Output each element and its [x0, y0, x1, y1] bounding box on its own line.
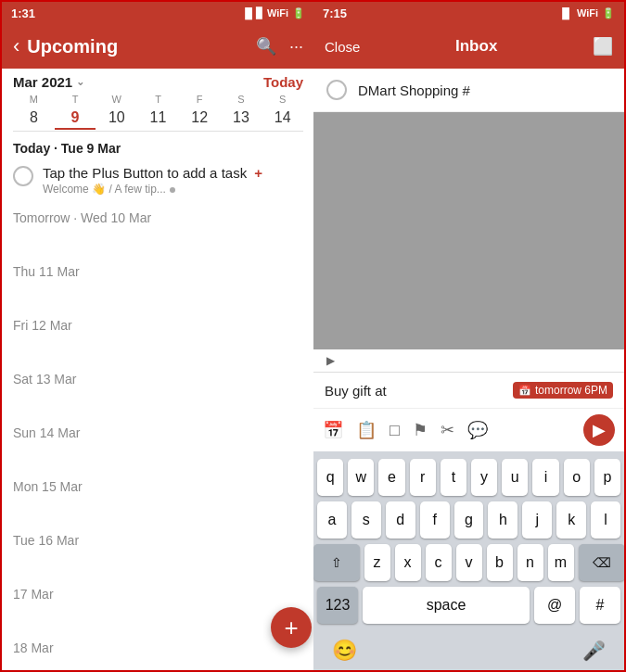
task-title: Tap the Plus Button to add a task + [43, 165, 303, 181]
scissors-tool-icon[interactable]: ✂ [441, 420, 454, 440]
key-k[interactable]: k [556, 501, 586, 539]
key-space[interactable]: space [363, 587, 530, 624]
list-item[interactable]: Tap the Plus Button to add a task + Welc… [2, 159, 313, 201]
add-task-button[interactable]: + [271, 607, 312, 648]
date-13[interactable]: 13 [221, 107, 262, 129]
close-button[interactable]: Close [325, 39, 360, 55]
key-r[interactable]: r [410, 459, 436, 496]
header-icons: 🔍 ··· [256, 36, 303, 57]
inbox-content: DMart Shopping # [313, 69, 624, 349]
key-w[interactable]: w [348, 459, 374, 496]
key-t[interactable]: t [441, 459, 466, 496]
task-circle[interactable] [13, 166, 33, 186]
key-i[interactable]: i [532, 459, 558, 496]
key-c[interactable]: c [426, 544, 452, 581]
right-panel: 7:15 ▐▌ WiFi 🔋 Close Inbox ⬜ DMart Shopp… [313, 2, 624, 672]
section-header-17: 17 Mar [2, 577, 313, 605]
key-l[interactable]: l [591, 501, 620, 539]
more-icon[interactable]: ··· [289, 37, 303, 57]
date-12[interactable]: 12 [179, 107, 221, 129]
keyboard-row-2: a s d f g h j k l [317, 501, 620, 539]
week-dates: 8 9 10 11 12 13 14 [13, 107, 303, 129]
notes-tool-icon[interactable]: 📋 [356, 420, 377, 440]
emoji-button[interactable]: 😊 [332, 639, 357, 663]
calendar-tool-icon[interactable]: 📅 [323, 420, 343, 440]
send-button[interactable]: ▶ [583, 414, 615, 446]
task-content: Tap the Plus Button to add a task + Welc… [43, 165, 303, 196]
calendar-icon: 📅 [518, 385, 531, 397]
keyboard-row-3: ⇧ z x c v b n m ⌫ [317, 544, 620, 581]
compose-text[interactable]: Buy gift at [325, 383, 505, 399]
key-s[interactable]: s [351, 501, 381, 539]
time-right: 7:15 [323, 6, 347, 20]
header-right: Close Inbox ⬜ [313, 24, 624, 69]
key-p[interactable]: p [594, 459, 620, 496]
key-f[interactable]: f [420, 501, 450, 539]
keyboard-row-1: q w e r t y u i o p [317, 459, 620, 496]
compose-tag[interactable]: 📅 tomorrow 6PM [513, 382, 613, 399]
key-shift[interactable]: ⇧ [313, 544, 360, 581]
status-bar-right: 7:15 ▐▌ WiFi 🔋 [313, 2, 624, 24]
date-11[interactable]: 11 [137, 107, 179, 129]
today-button[interactable]: Today [263, 74, 303, 90]
week-days-header: M T W T F S S [13, 94, 303, 105]
inbox-task-circle[interactable] [326, 80, 347, 100]
key-n[interactable]: n [517, 544, 543, 581]
key-j[interactable]: j [522, 501, 552, 539]
bottom-bar: 😊 🎤 [313, 633, 624, 672]
inbox-task-text: DMart Shopping # [358, 82, 470, 98]
month-label[interactable]: Mar 2021 ⌄ [13, 74, 84, 90]
section-header-tue16: Tue 16 Mar [2, 524, 313, 552]
chevron-down-icon: ⌄ [76, 76, 84, 88]
key-g[interactable]: g [454, 501, 484, 539]
plus-icon: + [254, 165, 262, 181]
key-hash[interactable]: # [580, 587, 620, 624]
flag-tool-icon[interactable]: ⚑ [413, 420, 428, 440]
key-x[interactable]: x [395, 544, 421, 581]
key-backspace[interactable]: ⌫ [579, 544, 625, 581]
expand-icon: ▶ [326, 354, 335, 367]
key-symbols[interactable]: 123 [317, 587, 358, 624]
date-14[interactable]: 14 [262, 107, 303, 129]
key-o[interactable]: o [564, 459, 590, 496]
keyboard-row-4: 123 space @ # [317, 587, 620, 624]
key-y[interactable]: y [471, 459, 497, 496]
date-9-today[interactable]: 9 [55, 107, 96, 129]
key-b[interactable]: b [487, 544, 513, 581]
task-subtitle: Welcome 👋 / A few tip... [43, 183, 303, 196]
back-button[interactable]: ‹ [13, 34, 19, 58]
expand-handle[interactable]: ▶ [313, 349, 624, 372]
status-icons-left: ▐▌▊ WiFi 🔋 [241, 7, 305, 19]
inbox-title: Inbox [455, 37, 497, 56]
status-icons-right: ▐▌ WiFi 🔋 [558, 7, 615, 19]
task-list: Today · Tue 9 Mar Tap the Plus Button to… [2, 132, 313, 672]
search-icon[interactable]: 🔍 [256, 36, 276, 57]
page-title: Upcoming [27, 36, 256, 57]
date-10[interactable]: 10 [96, 107, 137, 129]
inbox-task-row[interactable]: DMart Shopping # [313, 69, 624, 112]
key-h[interactable]: h [488, 501, 517, 539]
edit-icon[interactable]: ⬜ [593, 36, 613, 57]
left-panel: 1:31 ▐▌▊ WiFi 🔋 ‹ Upcoming 🔍 ··· Mar 202… [2, 2, 313, 672]
key-d[interactable]: d [386, 501, 415, 539]
section-header-fri: Fri 12 Mar [2, 309, 313, 336]
section-header-18: 18 Mar [2, 631, 313, 659]
section-header-thu: Thu 11 Mar [2, 255, 313, 283]
section-header-mon: Mon 15 Mar [2, 470, 313, 498]
date-8[interactable]: 8 [13, 107, 55, 129]
mic-button[interactable]: 🎤 [582, 640, 606, 662]
key-v[interactable]: v [456, 544, 482, 581]
section-header-today: Today · Tue 9 Mar [2, 132, 313, 159]
key-m[interactable]: m [548, 544, 574, 581]
key-at[interactable]: @ [534, 587, 575, 624]
comment-tool-icon[interactable]: 💬 [467, 420, 488, 440]
compose-bar: Buy gift at 📅 tomorrow 6PM [313, 372, 624, 408]
key-e[interactable]: e [378, 459, 404, 496]
key-u[interactable]: u [502, 459, 528, 496]
key-q[interactable]: q [317, 459, 343, 496]
key-a[interactable]: a [317, 501, 347, 539]
section-header-sat: Sat 13 Mar [2, 362, 313, 390]
header-left: ‹ Upcoming 🔍 ··· [2, 24, 313, 69]
tag-tool-icon[interactable]: □ [390, 421, 400, 440]
key-z[interactable]: z [364, 544, 390, 581]
